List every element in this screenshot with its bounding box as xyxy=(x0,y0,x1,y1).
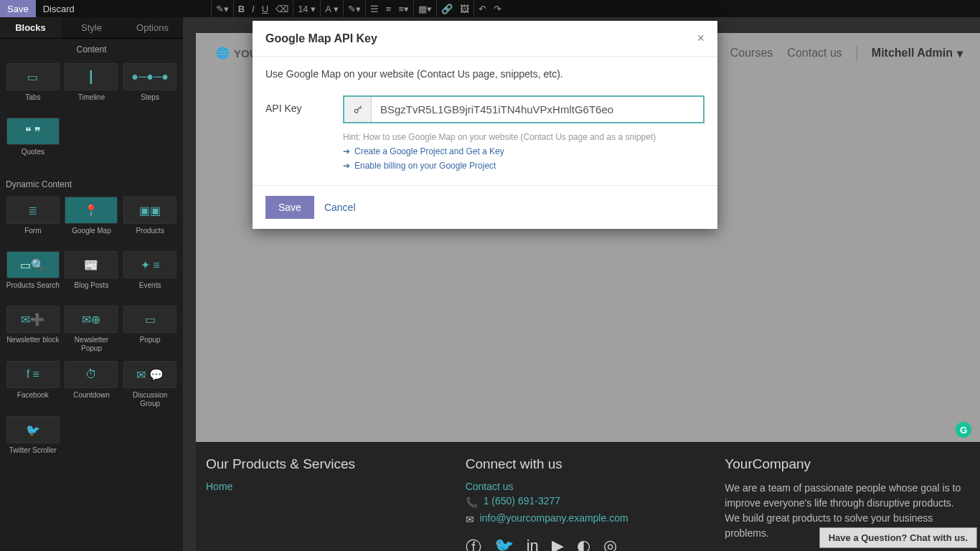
bold-button[interactable]: B xyxy=(238,4,245,14)
snippet-form[interactable]: ≣ Form xyxy=(4,194,62,247)
text-color-button[interactable]: A ▾ xyxy=(325,4,339,14)
newsletter-popup-icon: ✉⊕ xyxy=(65,306,118,333)
top-bar: Save Discard ✎▾ B I U ⌫ 14 ▾ A ▾ ✎▾ ☰ ≡ … xyxy=(0,0,980,17)
snippet-popup[interactable]: ▭ Popup xyxy=(121,303,179,357)
editor-toolbar: ✎▾ B I U ⌫ 14 ▾ A ▾ ✎▾ ☰ ≡ ≡▾ ▦▾ 🔗 🖼 ↶ ↷ xyxy=(82,0,980,17)
snippet-google-map[interactable]: 📍 Google Map xyxy=(63,194,121,247)
tab-style[interactable]: Style xyxy=(61,17,122,38)
timeline-icon: ┃ xyxy=(65,63,118,90)
sidebar-tabs: Blocks Style Options xyxy=(0,17,183,39)
snippet-countdown[interactable]: ⏱ Countdown xyxy=(63,358,121,412)
modal-save-button[interactable]: Save xyxy=(265,196,314,219)
globe-icon: 🌐 xyxy=(216,47,230,60)
modal-header: Google Map API Key × xyxy=(253,21,717,57)
link-button[interactable]: 🔗 xyxy=(441,4,453,14)
tab-options[interactable]: Options xyxy=(122,17,183,38)
undo-button[interactable]: ↶ xyxy=(479,4,486,14)
api-key-modal: Google Map API Key × Use Google Map on y… xyxy=(253,21,717,229)
caret-down-icon: ▾ xyxy=(957,47,963,60)
snippet-products[interactable]: ▣▣ Products xyxy=(121,194,179,247)
help-hint-text: Hint: How to use Google Map on your webs… xyxy=(343,131,705,143)
youtube-icon[interactable]: ▶ xyxy=(552,537,564,551)
eraser-icon[interactable]: ⌫ xyxy=(275,4,288,14)
user-menu[interactable]: Mitchell Admin ▾ xyxy=(872,47,963,60)
snippet-blog-posts[interactable]: 📰 Blog Posts xyxy=(63,248,121,301)
grammarly-icon[interactable]: G xyxy=(956,422,971,438)
editor-discard-button[interactable]: Discard xyxy=(36,0,82,17)
modal-close-button[interactable]: × xyxy=(697,31,705,46)
section-label-dynamic: Dynamic Content xyxy=(4,172,179,194)
snippet-facebook[interactable]: f ≡ Facebook xyxy=(4,358,62,412)
phone-icon: 📞 xyxy=(466,496,478,508)
footer-contact-link[interactable]: Contact us xyxy=(466,481,711,492)
snippet-newsletter-block[interactable]: ✉➕ Newsletter block xyxy=(4,303,62,357)
snippet-tabs[interactable]: ▭ Tabs xyxy=(4,60,62,113)
arrow-right-icon: ➔ xyxy=(343,145,350,158)
italic-button[interactable]: I xyxy=(252,4,255,14)
twitter-icon[interactable]: 🐦 xyxy=(494,537,514,551)
sidebar-content[interactable]: Content ▭ Tabs ┃ Timeline ●─●─● Steps ❝ … xyxy=(0,39,183,551)
footer-email[interactable]: info@yourcompany.example.com xyxy=(480,512,628,524)
help-link-create-project[interactable]: ➔ Create a Google Project and Get a Key xyxy=(343,145,705,158)
font-size-select[interactable]: 14 ▾ xyxy=(298,4,316,14)
footer-products-title: Our Products & Services xyxy=(206,456,451,472)
editor-save-button[interactable]: Save xyxy=(0,0,36,17)
help-link-enable-billing[interactable]: ➔ Enable billing on your Google Project xyxy=(343,159,705,172)
help-block: Hint: How to use Google Map on your webs… xyxy=(343,131,705,172)
snippet-quotes[interactable]: ❝ ❞ Quotes xyxy=(4,115,62,168)
table-button[interactable]: ▦▾ xyxy=(418,4,432,14)
products-icon: ▣▣ xyxy=(123,197,176,224)
countdown-icon: ⏱ xyxy=(65,361,118,388)
events-icon: ✦ ≡ xyxy=(123,251,176,278)
social-icons: ⓕ 🐦 in ▶ ◐ ◎ xyxy=(466,537,711,551)
footer-home-link[interactable]: Home xyxy=(206,481,451,492)
bullet-list-button[interactable]: ☰ xyxy=(370,4,379,14)
arrow-right-icon: ➔ xyxy=(343,159,350,172)
facebook-icon: f ≡ xyxy=(6,361,60,388)
magic-icon[interactable]: ✎▾ xyxy=(216,4,229,14)
tab-blocks[interactable]: Blocks xyxy=(0,17,61,38)
map-pin-icon: 📍 xyxy=(65,197,118,224)
snippet-discussion-group[interactable]: ✉ 💬 Discussion Group xyxy=(121,358,179,412)
image-button[interactable]: 🖼 xyxy=(460,4,469,14)
footer-company-title: YourCompany xyxy=(725,456,970,472)
snippet-products-search[interactable]: ▭🔍 Products Search xyxy=(4,248,62,301)
modal-description: Use Google Map on your website (Contact … xyxy=(265,68,705,80)
nav-courses[interactable]: Courses xyxy=(730,47,773,60)
footer-company-desc2: Our products are de xyxy=(725,548,970,551)
api-key-input[interactable] xyxy=(372,97,703,122)
nav-contact[interactable]: Contact us xyxy=(787,47,842,60)
snippet-twitter-scroller[interactable]: 🐦 Twitter Scroller xyxy=(4,413,62,466)
instagram-icon[interactable]: ◎ xyxy=(603,537,617,551)
align-button[interactable]: ≡▾ xyxy=(398,4,409,14)
svg-point-0 xyxy=(354,109,358,113)
site-logo[interactable]: 🌐 YOU xyxy=(216,47,258,60)
github-icon[interactable]: ◐ xyxy=(577,537,590,551)
search-icon: ▭🔍 xyxy=(6,251,60,278)
chat-widget[interactable]: Have a Question? Chat with us. xyxy=(819,527,977,548)
popup-icon: ▭ xyxy=(123,306,176,333)
envelope-icon: ✉ xyxy=(466,514,474,525)
rss-icon: 📰 xyxy=(65,251,118,278)
sidebar: Blocks Style Options Content ▭ Tabs ┃ Ti… xyxy=(0,17,183,551)
linkedin-icon[interactable]: in xyxy=(527,537,539,551)
modal-cancel-button[interactable]: Cancel xyxy=(324,202,356,213)
snippet-events[interactable]: ✦ ≡ Events xyxy=(121,248,179,301)
footer-phone[interactable]: 1 (650) 691-3277 xyxy=(484,495,560,507)
quotes-icon: ❝ ❞ xyxy=(6,118,60,145)
section-label-content: Content xyxy=(4,42,179,60)
api-key-label: API Key xyxy=(265,95,331,114)
redo-button[interactable]: ↷ xyxy=(494,4,501,14)
highlight-button[interactable]: ✎▾ xyxy=(348,4,361,14)
facebook-icon[interactable]: ⓕ xyxy=(466,537,481,551)
tabs-icon: ▭ xyxy=(6,63,60,90)
footer-col-connect: Connect with us Contact us 📞 1 (650) 691… xyxy=(466,456,711,551)
snippet-newsletter-popup[interactable]: ✉⊕ Newsletter Popup xyxy=(63,303,121,357)
discussion-icon: ✉ 💬 xyxy=(123,361,176,388)
snippet-steps[interactable]: ●─●─● Steps xyxy=(121,60,179,113)
snippet-timeline[interactable]: ┃ Timeline xyxy=(63,60,121,113)
modal-body: Use Google Map on your website (Contact … xyxy=(253,57,717,185)
ordered-list-button[interactable]: ≡ xyxy=(386,4,392,14)
underline-button[interactable]: U xyxy=(262,4,268,14)
steps-icon: ●─●─● xyxy=(123,63,176,90)
